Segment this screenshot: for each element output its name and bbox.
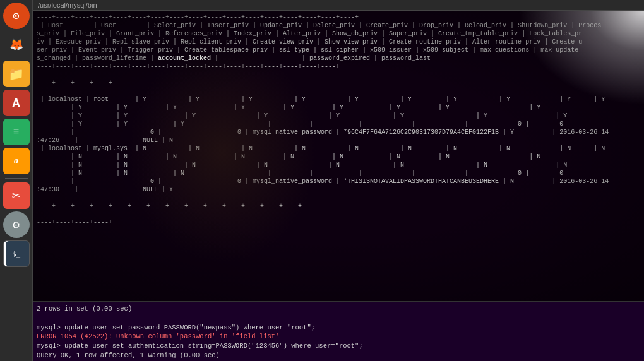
text-editor-icon[interactable]: A	[3, 90, 30, 116]
error-message: ERROR 1054 (42522): Unknown column 'pass…	[37, 333, 279, 340]
main-content-area: /usr/local/mysql/bin ----+----+----+----…	[33, 0, 644, 361]
account-locked-label: account_locked	[158, 55, 211, 62]
files-icon[interactable]: 📁	[3, 61, 30, 87]
query-ok-message: Query OK, 1 row affected, 1 warning (0.0…	[37, 352, 220, 359]
terminal-bottom-text: 2 rows in set (0.00 sec) mysql> update u…	[37, 304, 640, 361]
settings-icon[interactable]: ⚙	[3, 211, 30, 238]
command-update-password: mysql> update user set password=PASSWORD…	[37, 324, 315, 331]
command-update-auth-string: mysql> update user set authentication_st…	[37, 342, 363, 350]
terminal-scroll-text: ----+----+----+----+----+----+----+----+…	[37, 13, 640, 227]
ubuntu-sidebar: ⊙ 🦊 📁 A ≡ a ✂ ⚙ $_	[0, 0, 33, 361]
terminal-content[interactable]: ----+----+----+----+----+----+----+----+…	[33, 11, 644, 361]
ubuntu-logo-icon[interactable]: ⊙	[3, 3, 30, 29]
terminal-icon[interactable]: $_	[3, 240, 30, 267]
amazon-icon[interactable]: a	[3, 148, 30, 174]
terminal-screen: /usr/local/mysql/bin ----+----+----+----…	[33, 0, 644, 361]
url-bar: /usr/local/mysql/bin	[33, 0, 644, 11]
terminal-bottom-section[interactable]: 2 rows in set (0.00 sec) mysql> update u…	[33, 301, 644, 361]
app-manager-icon[interactable]: ✂	[3, 182, 30, 209]
terminal-scroll-area[interactable]: ----+----+----+----+----+----+----+----+…	[33, 11, 644, 301]
result-row-count: 2 rows in set (0.00 sec)	[37, 305, 132, 312]
firefox-icon[interactable]: 🦊	[3, 32, 30, 58]
calc-icon[interactable]: ≡	[3, 119, 30, 145]
url-text: /usr/local/mysql/bin	[38, 1, 97, 9]
sidebar-divider	[5, 178, 28, 179]
